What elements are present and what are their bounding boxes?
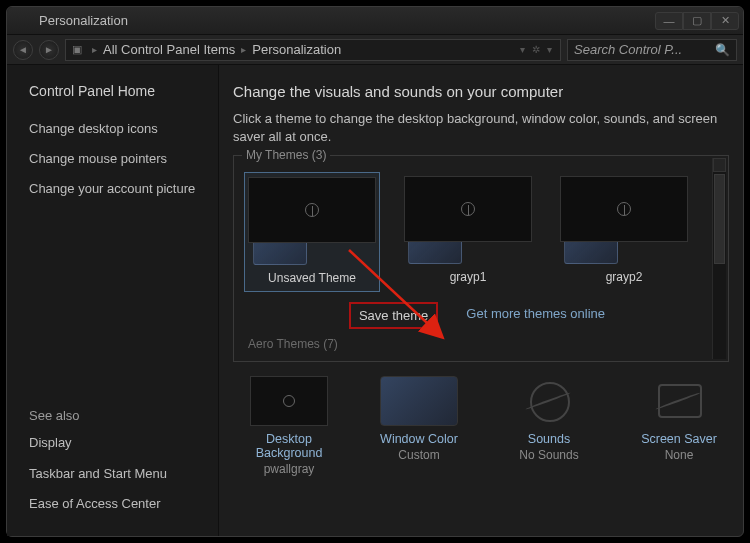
- breadcrumb-item[interactable]: All Control Panel Items: [103, 42, 235, 57]
- theme-bg-thumb: [404, 176, 532, 242]
- window-color-setting[interactable]: Window Color Custom: [369, 376, 469, 476]
- settings-row: Desktop Background pwallgray Window Colo…: [233, 376, 729, 476]
- breadcrumb[interactable]: ▣ ▸ All Control Panel Items ▸ Personaliz…: [65, 39, 561, 61]
- screen-saver-setting[interactable]: Screen Saver None: [629, 376, 729, 476]
- aero-themes-legend: Aero Themes (7): [244, 337, 718, 351]
- sidebar: Control Panel Home Change desktop icons …: [7, 65, 219, 536]
- window-title: Personalization: [17, 13, 655, 28]
- logo-icon: [461, 202, 475, 216]
- window-buttons: — ▢ ✕: [655, 12, 739, 30]
- setting-value: pwallgray: [239, 462, 339, 476]
- desktop-background-setting[interactable]: Desktop Background pwallgray: [239, 376, 339, 476]
- back-button[interactable]: ◄: [13, 40, 33, 60]
- theme-item[interactable]: grayp2: [556, 172, 692, 292]
- chevron-right-icon: ▸: [86, 44, 103, 55]
- main-pane: Change the visuals and sounds on your co…: [219, 65, 743, 536]
- setting-label: Window Color: [369, 432, 469, 446]
- search-placeholder: Search Control P...: [574, 42, 682, 57]
- screen-saver-thumb: [640, 376, 718, 426]
- forward-button[interactable]: ►: [39, 40, 59, 60]
- logo-icon: [617, 202, 631, 216]
- setting-value: Custom: [369, 448, 469, 462]
- navbar: ◄ ► ▣ ▸ All Control Panel Items ▸ Person…: [7, 35, 743, 65]
- chevron-right-icon: ▸: [235, 44, 252, 55]
- setting-label: Desktop Background: [239, 432, 339, 460]
- scroll-thumb[interactable]: [714, 174, 725, 264]
- personalization-window: Personalization — ▢ ✕ ◄ ► ▣ ▸ All Contro…: [6, 6, 744, 537]
- breadcrumb-item[interactable]: Personalization: [252, 42, 341, 57]
- breadcrumb-overflow[interactable]: ▾ ✲ ▾: [520, 44, 554, 55]
- see-also-display[interactable]: Display: [29, 435, 204, 451]
- see-also-ease-of-access[interactable]: Ease of Access Center: [29, 496, 204, 512]
- themes-row: Unsaved Theme grayp1 grayp2: [244, 172, 718, 292]
- minimize-button[interactable]: —: [655, 12, 683, 30]
- computer-icon: ▣: [72, 43, 86, 56]
- theme-caption: grayp2: [606, 270, 643, 284]
- setting-label: Sounds: [499, 432, 599, 446]
- see-also-taskbar[interactable]: Taskbar and Start Menu: [29, 466, 204, 482]
- scroll-up-button[interactable]: [713, 158, 726, 172]
- theme-actions: Save theme Get more themes online: [244, 302, 718, 329]
- logo-icon: [283, 395, 295, 407]
- theme-caption: Unsaved Theme: [268, 271, 356, 285]
- get-more-themes-link[interactable]: Get more themes online: [458, 302, 613, 329]
- theme-item[interactable]: Unsaved Theme: [244, 172, 380, 292]
- save-theme-link[interactable]: Save theme: [349, 302, 438, 329]
- theme-item[interactable]: grayp1: [400, 172, 536, 292]
- body: Control Panel Home Change desktop icons …: [7, 65, 743, 536]
- page-subtext: Click a theme to change the desktop back…: [233, 110, 729, 145]
- setting-value: No Sounds: [499, 448, 599, 462]
- page-heading: Change the visuals and sounds on your co…: [233, 83, 729, 100]
- window-color-thumb: [380, 376, 458, 426]
- search-input[interactable]: Search Control P... 🔍: [567, 39, 737, 61]
- maximize-button[interactable]: ▢: [683, 12, 711, 30]
- my-themes-group: My Themes (3) Unsaved Theme grayp1: [233, 155, 729, 362]
- setting-label: Screen Saver: [629, 432, 729, 446]
- control-panel-home-link[interactable]: Control Panel Home: [29, 83, 204, 101]
- sounds-thumb: [510, 376, 588, 426]
- sidebar-spacer: [29, 211, 204, 408]
- setting-value: None: [629, 448, 729, 462]
- search-icon: 🔍: [715, 43, 730, 57]
- sidebar-link-desktop-icons[interactable]: Change desktop icons: [29, 121, 204, 137]
- sidebar-link-mouse-pointers[interactable]: Change mouse pointers: [29, 151, 204, 167]
- close-button[interactable]: ✕: [711, 12, 739, 30]
- titlebar: Personalization — ▢ ✕: [7, 7, 743, 35]
- sidebar-link-account-picture[interactable]: Change your account picture: [29, 181, 204, 197]
- theme-bg-thumb: [248, 177, 376, 243]
- theme-bg-thumb: [560, 176, 688, 242]
- theme-caption: grayp1: [450, 270, 487, 284]
- sounds-setting[interactable]: Sounds No Sounds: [499, 376, 599, 476]
- themes-scrollbar[interactable]: [712, 158, 726, 359]
- see-also-header: See also: [29, 408, 204, 423]
- my-themes-legend: My Themes (3): [242, 148, 330, 162]
- desktop-background-thumb: [250, 376, 328, 426]
- logo-icon: [305, 203, 319, 217]
